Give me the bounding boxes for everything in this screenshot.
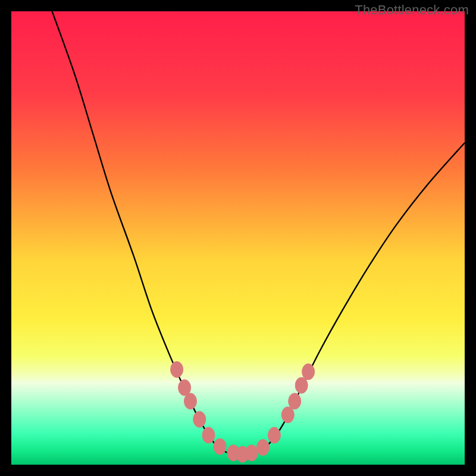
curve-marker xyxy=(302,364,315,380)
curve-marker xyxy=(193,411,206,427)
curve-marker xyxy=(295,377,308,393)
curve-marker xyxy=(268,427,280,443)
curve-marker xyxy=(245,445,258,461)
watermark-text: TheBottleneck.com xyxy=(355,2,469,18)
curve-marker xyxy=(256,440,269,456)
heat-gradient-background xyxy=(11,11,465,465)
curve-marker xyxy=(171,361,183,377)
chart-frame: TheBottleneck.com xyxy=(0,0,476,476)
plot-area xyxy=(11,11,465,465)
curve-marker xyxy=(202,427,215,443)
curve-marker xyxy=(289,393,301,409)
curve-marker xyxy=(281,407,294,423)
bottleneck-chart xyxy=(11,11,465,465)
curve-marker xyxy=(184,393,196,409)
curve-marker xyxy=(214,439,226,455)
